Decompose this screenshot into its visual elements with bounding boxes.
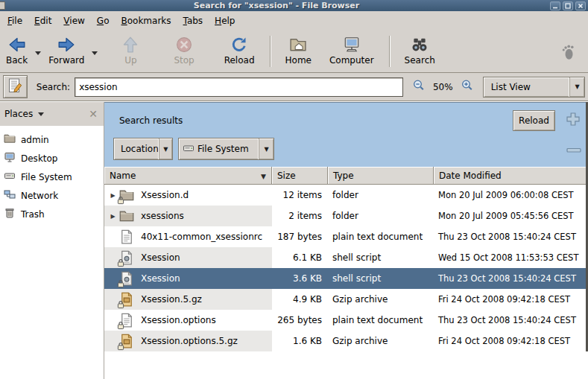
zoom-level: 50% <box>433 82 453 92</box>
text-document-icon <box>118 229 135 244</box>
search-results-title: Search results <box>119 115 183 126</box>
content-area: Search results Reload Location File Syst… <box>104 102 588 379</box>
window-menu-icon[interactable] <box>0 1 5 10</box>
table-row[interactable]: Xsession 6.1 KB shell script Wed 15 Oct … <box>104 247 586 268</box>
archive-locked-icon <box>118 292 135 307</box>
chevron-down-icon <box>569 77 584 97</box>
back-history-dropdown[interactable] <box>35 51 41 55</box>
script-locked-icon <box>118 250 135 265</box>
network-icon <box>4 188 16 203</box>
list-header: Name Size Type Date Modified <box>104 167 586 185</box>
sidebar-pane-label: Places <box>4 109 33 119</box>
stop-button: Stop <box>168 34 200 67</box>
script-locked-icon <box>118 271 135 286</box>
back-icon <box>8 35 26 54</box>
zoom-in-icon <box>461 79 474 95</box>
sort-descending-icon <box>261 171 266 181</box>
menu-tabs[interactable]: Tabs <box>177 13 209 29</box>
folder-locked-icon <box>118 188 135 203</box>
sidebar-close-icon[interactable] <box>89 109 98 118</box>
criterion-scope-select[interactable]: File System <box>178 138 274 160</box>
up-button: Up <box>116 34 145 67</box>
gnome-logo-icon <box>560 43 578 63</box>
desktop-icon <box>4 151 16 165</box>
search-reload-button[interactable]: Reload <box>513 110 555 131</box>
toolbar-separator <box>270 36 271 67</box>
home-button[interactable]: Home <box>279 34 317 67</box>
zoom-out-icon <box>412 79 426 95</box>
table-row[interactable]: Xsession.options 265 bytes plain text do… <box>104 310 586 331</box>
search-criteria-panel: Search results Reload Location File Syst… <box>104 102 586 167</box>
chevron-down-icon <box>159 138 172 159</box>
table-row[interactable]: 40x11-common_xsessionrc 187 bytes plain … <box>104 226 586 247</box>
menu-bookmarks[interactable]: Bookmarks <box>115 13 177 29</box>
search-button[interactable]: Search <box>399 34 441 67</box>
sidebar-item-desktop[interactable]: Desktop <box>0 149 104 168</box>
expander-icon[interactable] <box>107 213 118 220</box>
folder-icon <box>118 208 135 223</box>
zoom-in-button[interactable] <box>459 77 475 96</box>
column-header-size[interactable]: Size <box>272 167 328 185</box>
places-sidebar: Places admin Desktop File System <box>0 102 104 379</box>
zoom-out-button[interactable] <box>411 77 427 96</box>
menubar: File Edit View Go Bookmarks Tabs Help <box>0 11 588 30</box>
view-mode-select[interactable]: List View <box>483 77 585 98</box>
menu-file[interactable]: File <box>1 13 28 29</box>
remove-criterion-button[interactable] <box>566 146 582 156</box>
search-view: Search results Reload Location File Syst… <box>104 102 588 351</box>
location-entry-toggle-button[interactable] <box>3 75 28 98</box>
table-row[interactable]: Xsession.d 12 items folder Mon 20 Jul 20… <box>104 185 586 206</box>
notes-pencil-icon <box>7 77 23 96</box>
window-title: Search for "xsession" - File Browser <box>5 0 548 11</box>
stop-icon <box>175 35 193 54</box>
chevron-down-icon <box>259 138 274 159</box>
forward-icon <box>57 35 75 54</box>
table-row[interactable]: Xsession.options.5.gz 1.6 KB Gzip archiv… <box>104 331 586 351</box>
sidebar-item-admin[interactable]: admin <box>0 130 104 149</box>
menu-go[interactable]: Go <box>91 13 116 29</box>
places-list: admin Desktop File System Network Trash <box>0 126 104 223</box>
column-header-date-modified[interactable]: Date Modified <box>434 167 586 185</box>
column-header-name[interactable]: Name <box>104 167 272 185</box>
drive-icon <box>183 142 195 156</box>
back-button[interactable]: Back <box>0 34 34 67</box>
titlebar[interactable]: Search for "xsession" - File Browser <box>0 0 588 11</box>
up-icon <box>121 35 139 54</box>
menu-view[interactable]: View <box>57 13 90 29</box>
view-mode-value: List View <box>491 82 531 92</box>
home-icon <box>289 35 307 54</box>
table-row[interactable]: Xsession.5.gz 4.9 KB Gzip archive Fri 24… <box>104 289 586 310</box>
archive-locked-icon <box>118 334 135 348</box>
sidebar-item-network[interactable]: Network <box>0 186 104 205</box>
toolbar: Back Forward Up Stop Reload Home Compute… <box>0 30 588 73</box>
file-browser-window: Search for "xsession" - File Browser Fil… <box>0 0 588 379</box>
text-document-locked-icon <box>118 313 135 328</box>
menu-edit[interactable]: Edit <box>28 13 57 29</box>
chevron-down-icon <box>38 112 44 116</box>
zoom-controls: 50% <box>411 77 475 96</box>
toolbar-separator <box>389 36 390 67</box>
table-row[interactable]: xsessions 2 items folder Mon 20 Jul 2009… <box>104 206 586 226</box>
sidebar-pane-select[interactable]: Places <box>3 107 45 121</box>
table-row-selected[interactable]: Xsession 3.6 KB shell script Thu 23 Oct … <box>104 268 586 289</box>
trash-icon <box>4 207 16 221</box>
sidebar-header: Places <box>0 102 104 126</box>
sidebar-item-trash[interactable]: Trash <box>0 205 104 223</box>
search-input[interactable] <box>75 77 403 97</box>
minimize-button[interactable] <box>550 1 560 10</box>
close-button[interactable] <box>575 1 586 10</box>
criterion-type-select[interactable]: Location <box>113 138 173 160</box>
drive-icon <box>4 170 16 184</box>
forward-history-dropdown[interactable] <box>92 51 98 55</box>
add-criterion-button[interactable] <box>565 111 581 130</box>
computer-button[interactable]: Computer <box>323 34 380 67</box>
location-bar: Search: 50% List View <box>0 73 588 101</box>
sidebar-item-file-system[interactable]: File System <box>0 168 104 186</box>
column-header-type[interactable]: Type <box>328 167 434 185</box>
menu-help[interactable]: Help <box>209 13 241 29</box>
search-binoculars-icon <box>411 35 429 54</box>
forward-button[interactable]: Forward <box>42 34 90 67</box>
folder-icon <box>4 133 16 147</box>
reload-button[interactable]: Reload <box>218 34 261 67</box>
maximize-button[interactable] <box>563 1 573 10</box>
